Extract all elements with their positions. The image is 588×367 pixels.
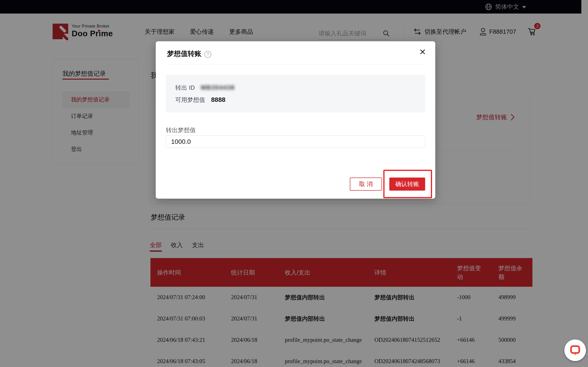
confirm-transfer-button[interactable]: 确认转账 [389,177,425,191]
available-points-label: 可用梦想值 [175,96,205,104]
available-points-row: 可用梦想值 8888 [175,96,425,104]
modal-title: 梦想值转账 [167,49,201,58]
transfer-out-id-row: 转出 ID MB354438 [175,84,425,92]
live-chat-button[interactable] [564,340,586,361]
transfer-modal: 梦想值转账 ? ✕ 转出 ID MB354438 可用梦想值 8888 转出梦想… [156,41,435,199]
amount-field-label: 转出梦想值 [166,126,196,134]
amount-input[interactable] [166,135,425,148]
close-icon[interactable]: ✕ [419,47,426,57]
help-icon[interactable]: ? [204,51,211,58]
chat-bubble-icon [569,344,581,356]
transfer-info-box: 转出 ID MB354438 可用梦想值 8888 [166,75,425,112]
transfer-out-id-value: MB354438 [201,84,235,91]
transfer-out-id-label: 转出 ID [175,84,195,92]
page: 简体中文 Your Private Broker Doo Prime 关于理想家… [0,0,588,367]
available-points-value: 8888 [211,96,225,103]
cancel-button[interactable]: 取 消 [350,177,382,191]
